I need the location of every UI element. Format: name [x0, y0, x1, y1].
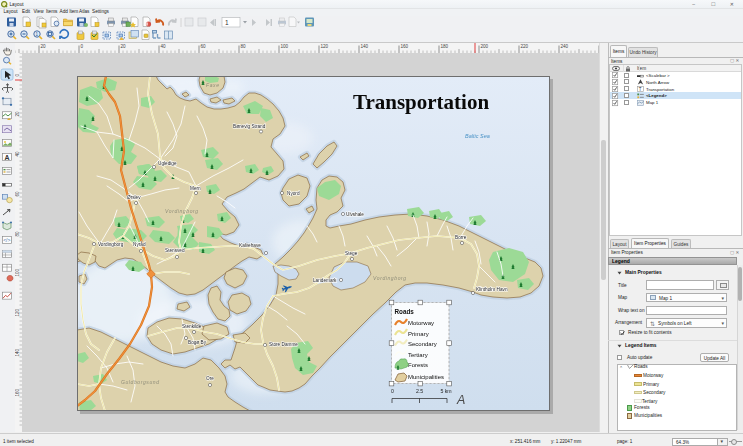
svg-text:T: T — [639, 87, 642, 92]
svg-text:Bogø By: Bogø By — [188, 340, 207, 345]
svg-text:Stensved: Stensved — [165, 248, 185, 253]
svg-text:Nyråd: Nyråd — [133, 241, 146, 247]
svg-text:Borre: Borre — [455, 235, 467, 240]
svg-text:1: 1 — [225, 19, 229, 26]
svg-text:Guldborgsund: Guldborgsund — [121, 379, 160, 385]
svg-text:100: 100 — [15, 268, 20, 276]
svg-text:40: 40 — [161, 44, 167, 49]
svg-text:20: 20 — [41, 44, 47, 49]
svg-text:Mern: Mern — [190, 186, 201, 191]
svg-text:Klintholm Havn: Klintholm Havn — [476, 287, 508, 292]
svg-text:140: 140 — [361, 44, 369, 49]
svg-text:140: 140 — [15, 348, 20, 356]
svg-text:Roads: Roads — [395, 308, 415, 315]
svg-text:60: 60 — [15, 191, 20, 197]
svg-text:20: 20 — [15, 111, 20, 117]
svg-text:Vordingborg: Vordingborg — [373, 275, 407, 281]
svg-text:Landemark: Landemark — [313, 278, 337, 283]
svg-text:Stenkilde: Stenkilde — [182, 324, 202, 329]
svg-text:220: 220 — [521, 44, 529, 49]
svg-text:200: 200 — [481, 44, 489, 49]
svg-text:A: A — [456, 393, 465, 407]
svg-text:</>: </> — [3, 239, 10, 244]
svg-text:40: 40 — [15, 151, 20, 157]
svg-text:Store Damme: Store Damme — [269, 342, 298, 347]
svg-text:0: 0 — [81, 44, 84, 49]
svg-text:Vordingborg: Vordingborg — [98, 242, 124, 247]
svg-text:80: 80 — [241, 44, 247, 49]
svg-text:Ulvshale: Ulvshale — [346, 212, 364, 217]
svg-text:Forests: Forests — [408, 362, 428, 368]
svg-text:60: 60 — [201, 44, 207, 49]
svg-text:180: 180 — [441, 44, 449, 49]
svg-text:20: 20 — [121, 44, 127, 49]
svg-text:240: 240 — [561, 44, 569, 49]
svg-text:Stege: Stege — [345, 251, 358, 256]
svg-text:Motorway: Motorway — [408, 320, 434, 326]
svg-text:A: A — [5, 154, 10, 161]
svg-text:0: 0 — [15, 74, 20, 77]
svg-text:Secondary: Secondary — [408, 341, 437, 347]
svg-text:Municipalities: Municipalities — [408, 374, 444, 380]
svg-text:5 km: 5 km — [440, 388, 451, 394]
svg-text:2.5: 2.5 — [416, 388, 423, 394]
svg-text:Ore: Ore — [206, 376, 214, 381]
svg-text:120: 120 — [321, 44, 329, 49]
svg-text:Faxe: Faxe — [206, 82, 220, 88]
svg-text:Tertiary: Tertiary — [408, 352, 428, 358]
svg-text:Primary: Primary — [408, 331, 429, 337]
svg-text:Baltic Sea: Baltic Sea — [465, 133, 490, 139]
svg-text:100: 100 — [281, 44, 289, 49]
svg-text:Vordingborg: Vordingborg — [165, 208, 199, 214]
svg-text:120: 120 — [15, 308, 20, 316]
svg-text:Kalvehave: Kalvehave — [239, 243, 261, 248]
svg-text:160: 160 — [15, 388, 20, 396]
svg-text:Bønevig Strand: Bønevig Strand — [233, 124, 266, 129]
svg-text:Ugledige: Ugledige — [158, 161, 177, 166]
svg-text:80: 80 — [15, 231, 20, 237]
svg-text:Nyord: Nyord — [287, 191, 300, 196]
svg-text:Ørslev: Ørslev — [127, 195, 141, 200]
svg-text:Transportation: Transportation — [353, 90, 489, 114]
svg-text:160: 160 — [401, 44, 409, 49]
svg-text:0: 0 — [391, 388, 394, 394]
